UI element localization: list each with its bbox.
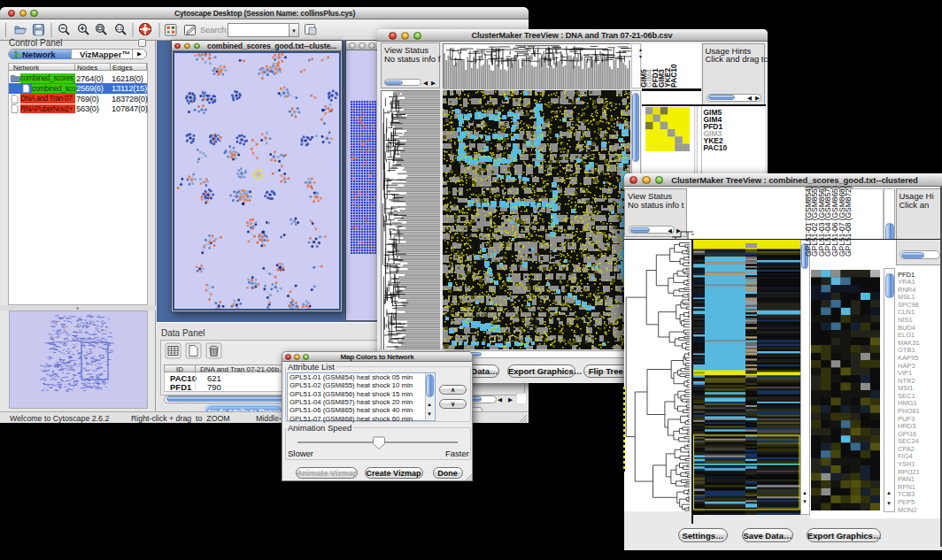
svg-text:1:1: 1:1 — [117, 27, 123, 31]
svg-text:Search:: Search: — [200, 26, 228, 35]
